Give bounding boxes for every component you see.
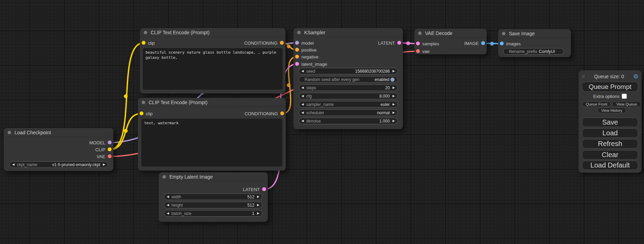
- collapse-dot-icon[interactable]: [502, 32, 505, 35]
- node-save-image[interactable]: Save Image images filename_prefix ComfyU…: [498, 29, 571, 57]
- output-port-conditioning[interactable]: [280, 111, 284, 115]
- increment-arrow-icon[interactable]: ▶: [257, 204, 259, 207]
- increment-arrow-icon[interactable]: ▶: [392, 103, 395, 106]
- height-widget[interactable]: ◀ height 512 ▶: [164, 202, 262, 208]
- toggle-knob-icon[interactable]: [390, 78, 395, 82]
- widget-label: Random seed after every gen: [305, 77, 359, 82]
- node-load-checkpoint[interactable]: Load Checkpoint MODEL CLIP VAE ◀ ckpt_na…: [4, 128, 113, 171]
- input-port-negative[interactable]: [295, 55, 299, 58]
- collapse-dot-icon[interactable]: [144, 31, 147, 34]
- drag-handle-icon[interactable]: ⠿: [582, 74, 585, 79]
- prompt-textarea[interactable]: beautiful scenery nature glass bottle la…: [143, 48, 283, 90]
- view-queue-button[interactable]: View Queue: [612, 101, 641, 107]
- output-port-vae[interactable]: [108, 154, 112, 158]
- node-header[interactable]: CLIP Text Encode (Prompt): [138, 98, 286, 107]
- input-label: negative: [301, 54, 318, 60]
- collapse-dot-icon[interactable]: [297, 31, 301, 34]
- steps-widget[interactable]: ◀ steps 20 ▶: [299, 84, 398, 91]
- seed-widget[interactable]: ◀ seed 156680208700286 ▶: [299, 68, 398, 74]
- increment-arrow-icon[interactable]: ▶: [392, 119, 395, 123]
- decrement-arrow-icon[interactable]: ◀: [167, 195, 169, 198]
- output-port-model[interactable]: [108, 141, 112, 144]
- increment-arrow-icon[interactable]: ▶: [392, 86, 395, 89]
- prompt-textarea[interactable]: text, watermark: [141, 119, 282, 166]
- widget-label: height: [171, 203, 183, 208]
- node-header[interactable]: KSampler: [293, 28, 403, 37]
- collapse-dot-icon[interactable]: [418, 31, 422, 35]
- collapse-dot-icon[interactable]: [142, 101, 145, 104]
- widget-label: seed: [306, 69, 315, 74]
- input-port-images[interactable]: [500, 42, 504, 45]
- ckpt-name-widget[interactable]: ◀ ckpt_name v1-5-pruned-emaonly.ckpt ▶: [9, 161, 108, 168]
- node-empty-latent-image[interactable]: Empty Latent Image LATENT ◀ width 512 ▶ …: [159, 172, 268, 222]
- extra-options-checkbox[interactable]: [622, 94, 627, 99]
- save-button[interactable]: Save: [582, 118, 638, 127]
- output-port-conditioning[interactable]: [280, 41, 284, 45]
- collapse-dot-icon[interactable]: [8, 131, 11, 134]
- widget-label: batch_size: [171, 211, 191, 216]
- node-clip-text-encode-positive[interactable]: CLIP Text Encode (Prompt) clip CONDITION…: [140, 28, 285, 93]
- view-history-button[interactable]: View History: [598, 108, 626, 113]
- input-label: vae: [422, 49, 430, 54]
- decrement-arrow-icon[interactable]: ◀: [167, 204, 169, 207]
- cfg-widget[interactable]: ◀ cfg 8.000 ▶: [299, 93, 398, 99]
- queue-front-button[interactable]: Queue Front: [582, 101, 611, 107]
- load-default-button[interactable]: Load Default: [582, 161, 638, 170]
- settings-gear-icon[interactable]: ⚙: [633, 74, 638, 80]
- widget-value: euler: [380, 102, 390, 107]
- decrement-arrow-icon[interactable]: ◀: [301, 111, 304, 114]
- node-clip-text-encode-negative[interactable]: CLIP Text Encode (Prompt) clip CONDITION…: [138, 98, 286, 171]
- node-header[interactable]: CLIP Text Encode (Prompt): [140, 28, 285, 37]
- node-header[interactable]: Load Checkpoint: [4, 128, 113, 137]
- random-seed-toggle-widget[interactable]: Random seed after every gen enabled: [299, 76, 398, 83]
- decrement-arrow-icon[interactable]: ◀: [12, 163, 15, 166]
- node-header[interactable]: Empty Latent Image: [159, 172, 268, 181]
- decrement-arrow-icon[interactable]: ◀: [301, 103, 304, 106]
- decrement-arrow-icon[interactable]: ◀: [301, 70, 304, 73]
- output-label: LATENT: [243, 187, 260, 192]
- link-midpoint-dot: [406, 42, 410, 45]
- increment-arrow-icon[interactable]: ▶: [257, 195, 259, 198]
- decrement-arrow-icon[interactable]: ◀: [301, 119, 304, 123]
- scheduler-widget[interactable]: ◀ scheduler normal ▶: [299, 109, 398, 116]
- batch-size-widget[interactable]: ◀ batch_size 1 ▶: [164, 210, 262, 217]
- increment-arrow-icon[interactable]: ▶: [392, 111, 395, 114]
- denoise-widget[interactable]: ◀ denoise 1.000 ▶: [299, 118, 398, 124]
- decrement-arrow-icon[interactable]: ◀: [301, 86, 304, 89]
- node-header[interactable]: VAE Decode: [414, 29, 487, 38]
- node-vae-decode[interactable]: VAE Decode samples vae IMAGE: [414, 29, 487, 54]
- output-label: VAE: [97, 154, 105, 159]
- input-port-positive[interactable]: [295, 48, 299, 52]
- input-slot-negative: negative: [293, 54, 403, 60]
- decrement-arrow-icon[interactable]: ◀: [301, 94, 304, 98]
- input-port-vae[interactable]: [416, 49, 420, 53]
- output-port-latent[interactable]: [262, 187, 266, 191]
- output-slot-conditioning: CONDITIONING: [138, 111, 286, 116]
- increment-arrow-icon[interactable]: ▶: [392, 70, 395, 73]
- queue-prompt-button[interactable]: Queue Prompt: [582, 82, 638, 92]
- increment-arrow-icon[interactable]: ▶: [257, 212, 259, 215]
- node-ksampler[interactable]: KSampler model positive negative latent_…: [293, 28, 403, 129]
- collapse-dot-icon[interactable]: [162, 175, 166, 179]
- filename-prefix-widget[interactable]: filename_prefix ComfyUI: [503, 48, 564, 55]
- input-slot-images: images: [498, 41, 571, 46]
- decrement-arrow-icon[interactable]: ◀: [167, 212, 169, 215]
- node-header[interactable]: Save Image: [498, 29, 571, 38]
- input-label: latent_image: [301, 62, 327, 67]
- load-button[interactable]: Load: [582, 128, 638, 138]
- increment-arrow-icon[interactable]: ▶: [392, 94, 395, 98]
- node-graph-canvas[interactable]: Load Checkpoint MODEL CLIP VAE ◀ ckpt_na…: [0, 0, 644, 244]
- increment-arrow-icon[interactable]: ▶: [103, 163, 105, 166]
- node-title: CLIP Text Encode (Prompt): [151, 30, 210, 35]
- refresh-button[interactable]: Refresh: [582, 139, 638, 148]
- output-slot-model: MODEL: [4, 140, 113, 145]
- node-title: KSampler: [304, 30, 325, 35]
- link-midpoint-dot: [490, 42, 494, 46]
- input-port-latent-image[interactable]: [295, 62, 299, 66]
- output-port-image[interactable]: [481, 41, 485, 45]
- output-port-latent[interactable]: [397, 41, 401, 45]
- width-widget[interactable]: ◀ width 512 ▶: [164, 193, 262, 200]
- output-port-clip[interactable]: [108, 147, 112, 151]
- sampler-name-widget[interactable]: ◀ sampler_name euler ▶: [299, 101, 398, 108]
- clear-button[interactable]: Clear: [582, 150, 638, 160]
